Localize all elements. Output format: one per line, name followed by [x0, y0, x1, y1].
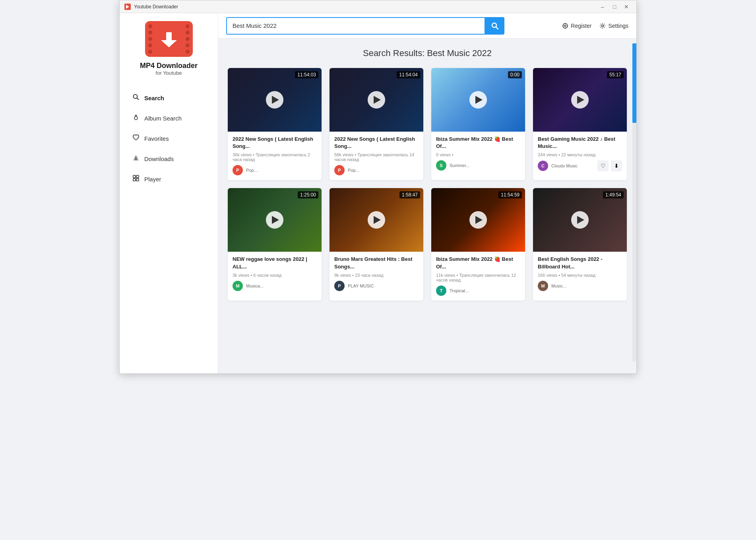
video-thumbnail: 11:54:03: [228, 68, 322, 132]
play-button[interactable]: [469, 211, 487, 229]
card-title: Bruno Mars Greatest Hits : Best Songs...: [334, 256, 419, 270]
video-grid: 11:54:03 2022 New Songs ( Latest English…: [228, 68, 627, 301]
video-card[interactable]: 1:25:00 NEW reggae love songs 2022 | ALL…: [228, 188, 322, 300]
settings-label: Settings: [608, 23, 628, 29]
play-button[interactable]: [571, 91, 589, 109]
app-icon: [124, 4, 131, 10]
card-channel: M Musica...: [233, 281, 317, 291]
maximize-button[interactable]: □: [609, 2, 620, 11]
app-subtitle: for Youtube: [156, 70, 182, 76]
play-button[interactable]: [266, 91, 283, 109]
sidebar-item-favorites-label: Favorites: [144, 135, 169, 142]
sidebar-nav: Search Album Search Favorites: [120, 88, 218, 189]
play-button[interactable]: [266, 211, 283, 229]
video-card[interactable]: 0:00 Ibiza Summer Mix 2022 🍓 Best Of... …: [431, 68, 525, 180]
register-label: Register: [571, 23, 591, 29]
channel-avatar: M: [538, 281, 548, 291]
card-meta: 9k views • 23 часа назад: [334, 273, 419, 278]
logo-dot: [148, 43, 152, 47]
sidebar-item-search[interactable]: Search: [120, 88, 218, 108]
card-info: Ibiza Summer Mix 2022 🍓 Best Of... 0 vie…: [431, 132, 525, 175]
logo-dot: [148, 37, 152, 41]
sidebar-item-downloads[interactable]: Downloads: [120, 149, 218, 169]
svg-point-5: [134, 117, 138, 120]
logo-dot: [186, 24, 190, 28]
channel-name: PLAY MUSIC: [348, 284, 419, 288]
svg-point-3: [134, 95, 138, 99]
play-button[interactable]: [368, 211, 385, 229]
register-icon: [562, 23, 568, 29]
play-button[interactable]: [571, 211, 589, 229]
search-button[interactable]: [485, 17, 504, 35]
svg-rect-9: [136, 179, 139, 181]
duration-badge: 1:58:47: [399, 191, 420, 198]
titlebar-left: Youtube Downloader: [124, 4, 178, 10]
app-title: MP4 Downloader: [140, 62, 198, 70]
channel-avatar: S: [436, 160, 446, 171]
scrollbar-thumb[interactable]: [632, 43, 636, 123]
topbar-actions: Register Settings: [562, 23, 628, 29]
play-button[interactable]: [368, 91, 385, 109]
channel-name: Cloudx Music: [551, 163, 594, 168]
video-thumbnail: 11:54:59: [431, 188, 525, 252]
duration-badge: 11:54:03: [295, 71, 318, 78]
play-triangle-icon: [374, 216, 381, 224]
card-channel: P Pop...: [233, 165, 317, 175]
channel-name: Musica...: [246, 284, 317, 288]
sidebar-item-album-search[interactable]: Album Search: [120, 108, 218, 128]
minimize-button[interactable]: –: [597, 2, 608, 11]
video-card[interactable]: 11:54:04 2022 New Songs ( Latest English…: [330, 68, 423, 180]
card-meta: 36k views • Трансляция закончилась 2 час…: [233, 152, 317, 162]
channel-avatar: T: [436, 286, 446, 296]
channel-name: Pop...: [246, 168, 317, 173]
sidebar-item-album-search-label: Album Search: [144, 115, 182, 122]
close-button[interactable]: ✕: [621, 2, 632, 11]
video-thumbnail: 1:58:47: [330, 188, 423, 252]
download-button[interactable]: ⬇: [611, 160, 622, 171]
sidebar-item-favorites[interactable]: Favorites: [120, 128, 218, 149]
video-card[interactable]: 55:17 Best Gaming Music 2022 ♪ Best Musi…: [533, 68, 627, 180]
card-meta: 0 views •: [436, 152, 520, 157]
favorites-icon: [132, 134, 140, 143]
scrollbar-track[interactable]: [632, 43, 636, 361]
card-info: Bruno Mars Greatest Hits : Best Songs...…: [330, 252, 423, 295]
card-meta: 11k views • Трансляция закончилась 12 ча…: [436, 273, 520, 282]
search-container: [226, 17, 504, 35]
search-input[interactable]: [226, 17, 485, 35]
duration-badge: 1:25:00: [298, 191, 318, 198]
sidebar-item-player-label: Player: [144, 176, 161, 183]
register-button[interactable]: Register: [562, 23, 591, 29]
card-title: Ibiza Summer Mix 2022 🍓 Best Of...: [436, 256, 520, 270]
search-icon: [491, 22, 499, 30]
svg-point-14: [602, 25, 604, 27]
card-channel: P Pop...: [334, 165, 419, 175]
favorite-button[interactable]: ♡: [597, 160, 609, 171]
channel-name: Summer...: [450, 163, 520, 168]
logo-dots-right: [186, 21, 190, 57]
card-channel: M Music...: [538, 281, 622, 291]
play-triangle-icon: [475, 216, 483, 224]
logo-container: MP4 Downloader for Youtube: [140, 21, 198, 76]
main-area: Register Settings Search Results: Best M…: [218, 13, 636, 373]
video-card[interactable]: 1:58:47 Bruno Mars Greatest Hits : Best …: [330, 188, 423, 300]
svg-line-11: [496, 27, 498, 29]
svg-marker-0: [126, 5, 129, 9]
sidebar: MP4 Downloader for Youtube Search Album …: [120, 13, 218, 373]
video-card[interactable]: 1:49:54 Best English Songs 2022 - Billbo…: [533, 188, 627, 300]
play-triangle-icon: [475, 96, 483, 104]
play-triangle-icon: [272, 96, 279, 104]
duration-badge: 1:49:54: [603, 191, 624, 198]
svg-rect-7: [136, 175, 139, 178]
sidebar-item-player[interactable]: Player: [120, 169, 218, 189]
play-button[interactable]: [469, 91, 487, 109]
video-card[interactable]: 11:54:03 2022 New Songs ( Latest English…: [228, 68, 322, 180]
video-thumbnail: 1:25:00: [228, 188, 322, 252]
video-card[interactable]: 11:54:59 Ibiza Summer Mix 2022 🍓 Best Of…: [431, 188, 525, 300]
card-channel: S Summer...: [436, 160, 520, 171]
logo-dot: [186, 31, 190, 35]
card-meta: 244 views • 22 минуты назад: [538, 152, 622, 157]
play-triangle-icon: [272, 216, 279, 224]
player-icon: [132, 175, 140, 184]
settings-button[interactable]: Settings: [599, 23, 628, 29]
duration-badge: 55:17: [607, 71, 624, 78]
